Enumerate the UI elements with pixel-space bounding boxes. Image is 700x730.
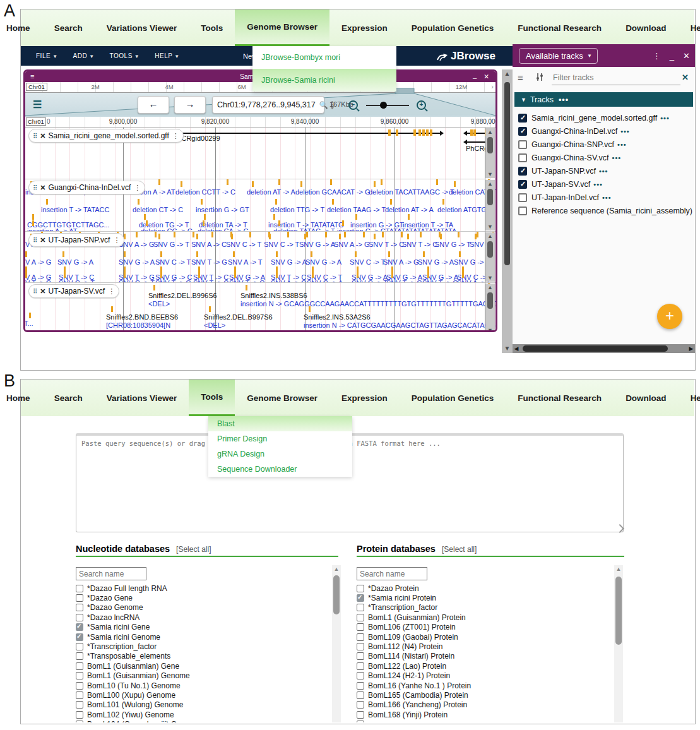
db-checkbox[interactable] [76, 691, 83, 699]
scroll-down-icon[interactable]: ▼ [485, 171, 495, 178]
variant-tick-icon[interactable] [174, 232, 175, 237]
variant-tick-icon[interactable] [306, 232, 308, 237]
sv-feature[interactable]: T... [25, 320, 33, 328]
track-close-icon[interactable]: ✕ [40, 236, 45, 244]
variant-feature[interactable]: SNV G -> T [435, 241, 471, 248]
db-checkbox[interactable] [357, 721, 364, 722]
dropdown-item[interactable]: gRNA Design [208, 446, 352, 462]
track-scrollbar[interactable]: ▲▼ [485, 232, 495, 282]
exon-block[interactable] [388, 129, 391, 136]
track-row-menu-icon[interactable]: ••• [612, 154, 622, 162]
nav-item[interactable]: Help [679, 9, 700, 46]
track-label-chip[interactable]: ⠿✕ Samia_ricini_gene_model.sorted.gff ⋮ [28, 129, 184, 143]
variant-tick-icon[interactable] [227, 179, 228, 185]
variant-feature[interactable]: insertion T -> TATACC [41, 206, 110, 213]
db-checkbox[interactable] [357, 652, 364, 660]
track-row-menu-icon[interactable]: ••• [599, 167, 608, 175]
nav-item[interactable]: Variations Viewer [95, 9, 189, 46]
scroll-up-icon[interactable]: ▲ [485, 284, 495, 291]
nav-item[interactable]: Tools [189, 380, 235, 416]
db-list-item[interactable]: BomL101 (Wulong) Genome [76, 700, 328, 710]
variant-tick-icon[interactable] [381, 179, 383, 185]
track-scrollbar[interactable]: ▲▼ [485, 284, 495, 332]
variant-tick-icon[interactable] [363, 232, 365, 237]
variant-feature[interactable]: deletion CCTT -> C [175, 188, 235, 196]
db-checkbox[interactable] [76, 672, 83, 679]
track-row-menu-icon[interactable]: ••• [593, 181, 603, 188]
db-list-item[interactable]: BomL165 (Cambodia) Protein [357, 690, 609, 700]
db-checkbox[interactable] [357, 711, 364, 719]
nav-item[interactable]: Tools [189, 9, 235, 46]
db-list-item[interactable]: BomL168 (Yinji) Protein [357, 710, 609, 719]
db-checkbox[interactable] [76, 652, 83, 660]
menubar-item[interactable]: FILE▼ [36, 52, 58, 59]
view-close-button[interactable]: ✕ [483, 73, 489, 80]
db-checkbox[interactable] [357, 662, 364, 670]
db-checkbox[interactable] [76, 701, 83, 709]
drag-handle-icon[interactable]: ⠿ [33, 133, 37, 140]
drawer-close-button[interactable]: ✕ [683, 51, 690, 61]
dropdown-item[interactable]: Blast [208, 416, 352, 431]
variant-feature[interactable]: deletion CA -> C [198, 227, 248, 232]
variant-feature[interactable]: insertion G -> GT [196, 206, 249, 213]
track-checkbox[interactable] [518, 193, 527, 202]
track-scrollbar[interactable]: ▲▼ [485, 180, 495, 230]
variant-feature[interactable]: SNV T -> C [402, 241, 437, 248]
nav-item[interactable]: Search [42, 9, 95, 46]
scroll-up-icon[interactable]: ▲ [332, 565, 341, 573]
db-checkbox[interactable] [76, 721, 83, 722]
variant-feature[interactable]: SNV T -> C [369, 241, 404, 248]
scroll-thumb[interactable] [615, 577, 622, 645]
db-checkbox[interactable] [76, 633, 83, 641]
db-list-item[interactable]: *Dazao Genome [76, 603, 328, 613]
db-list-item[interactable]: *Dazao Gene [76, 593, 328, 602]
variant-feature[interactable]: deletion CC -> C [141, 227, 193, 232]
nav-item[interactable]: Population Genetics [400, 380, 506, 416]
nav-item[interactable]: Help [679, 380, 700, 416]
nav-item[interactable]: Functional Research [506, 9, 614, 46]
filter-tracks-input[interactable] [552, 71, 680, 85]
db-list-item[interactable]: *Transposable_elements [76, 652, 328, 661]
scroll-thumb[interactable] [487, 189, 493, 205]
db-list-item[interactable]: BomL1 (Guisanmian) Protein [357, 613, 609, 622]
view-menu-icon[interactable]: ≡ [30, 73, 34, 80]
db-checkbox[interactable] [357, 682, 364, 690]
track-indel[interactable]: insertion G -> GAA,GAAAinsertion A -> AT… [25, 179, 495, 232]
pan-right-button[interactable]: → [174, 96, 206, 114]
variant-tick-icon[interactable] [436, 179, 438, 185]
clear-filter-icon[interactable]: ✕ [682, 73, 689, 82]
db-list-item[interactable]: BomL16 (Yanhe No.1 ) Protein [357, 681, 609, 690]
variant-feature[interactable]: SNV C -> T [350, 258, 385, 266]
tracks-section-header[interactable]: ▼ Tracks ••• [514, 92, 693, 107]
section-menu-icon[interactable]: ••• [559, 95, 569, 104]
db-list-item[interactable]: *Samia ricini Genome [76, 632, 328, 642]
variant-feature[interactable]: SNV G -> A [299, 241, 335, 248]
search-icon[interactable]: 🔍 [319, 101, 328, 109]
variant-tick-icon[interactable] [477, 232, 478, 237]
scroll-thumb[interactable] [487, 137, 493, 153]
track-checkbox[interactable] [518, 140, 527, 149]
nav-item[interactable]: Download [614, 9, 679, 46]
variant-feature[interactable]: SNV C -> T [155, 258, 191, 266]
db-list-item[interactable]: *Transcription_factor [357, 603, 609, 613]
zoom-slider-handle[interactable] [380, 102, 387, 109]
scroll-thumb[interactable] [523, 345, 668, 352]
scroll-left-icon[interactable]: ◀ [513, 344, 520, 353]
variant-tick-icon[interactable] [458, 232, 460, 237]
db-list-item[interactable]: BomL104 (Guangluanjii) G [76, 719, 328, 722]
scroll-right-icon[interactable]: ▶ [687, 344, 695, 353]
track-menu-icon[interactable]: ⋮ [134, 184, 141, 192]
db-list-item[interactable]: *Transcription_factor [76, 642, 328, 651]
variant-feature[interactable]: deletion TAAG -> T [327, 206, 386, 213]
db-list-item[interactable]: BomL124 (H2-1) Protein [357, 671, 609, 681]
view-minimize-button[interactable]: _ [473, 71, 477, 79]
variant-feature[interactable]: SNV G -> A [119, 258, 155, 266]
drawer-track-row[interactable]: Guangxi-China-SV.vcf ••• [514, 151, 693, 164]
filter-sliders-icon[interactable] [535, 73, 544, 84]
db-checkbox[interactable] [357, 604, 364, 611]
exon-block[interactable] [422, 129, 425, 136]
dropdown-item[interactable]: Sequence Downloader [208, 462, 352, 477]
drag-handle-icon[interactable]: ⠿ [33, 237, 37, 244]
nav-item[interactable]: Search [42, 380, 95, 416]
track-row-menu-icon[interactable]: ••• [660, 114, 670, 122]
